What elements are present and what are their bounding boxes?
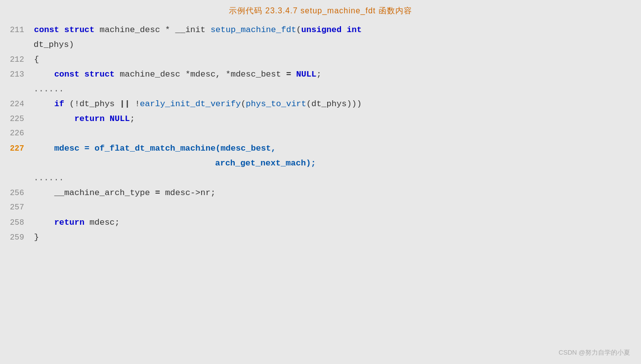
code-content-dt-phys: dt_phys): [34, 38, 631, 52]
code-line-dots2: ......: [10, 171, 631, 186]
code-content-258: return mdesc;: [34, 216, 631, 230]
code-content-256: __machine_arch_type = mdesc->nr;: [34, 186, 631, 201]
code-content-224: if (!dt_phys || !early_init_dt_verify(ph…: [34, 97, 631, 112]
code-line-212: 212 {: [10, 53, 631, 68]
code-content-212: {: [34, 53, 631, 67]
code-line-226: 226: [10, 127, 631, 142]
code-content-dots2: ......: [34, 171, 631, 186]
code-content-259: }: [34, 231, 631, 245]
code-line-225: 225 return NULL;: [10, 112, 631, 127]
line-number-212: 212: [10, 53, 34, 67]
code-line-211: 211 const struct machine_desc * __init s…: [10, 23, 631, 38]
line-number-213: 213: [10, 68, 34, 81]
code-area: 211 const struct machine_desc * __init s…: [0, 20, 641, 250]
code-line-dt-phys: dt_phys): [10, 38, 631, 53]
code-line-224: 224 if (!dt_phys || !early_init_dt_verif…: [10, 97, 631, 112]
code-line-259: 259 }: [10, 231, 631, 245]
code-content-225: return NULL;: [34, 112, 631, 126]
line-number-225: 225: [10, 113, 34, 126]
line-number-257: 257: [10, 201, 34, 214]
main-container: 示例代码 23.3.4.7 setup_machine_fdt 函数内容 211…: [0, 0, 641, 364]
code-content-213: const struct machine_desc *mdesc, *mdesc…: [34, 68, 631, 82]
line-number-226: 226: [10, 127, 34, 140]
watermark: CSDN @努力自学的小夏: [558, 348, 630, 357]
code-line-dots1: ......: [10, 82, 631, 97]
line-number-211: 211: [10, 24, 34, 37]
code-content-227: mdesc = of_flat_dt_match_machine(mdesc_b…: [34, 142, 631, 156]
line-number-227: 227: [10, 142, 34, 156]
code-line-227: 227 mdesc = of_flat_dt_match_machine(mde…: [10, 142, 631, 157]
page-title: 示例代码 23.3.4.7 setup_machine_fdt 函数内容: [0, 0, 641, 20]
line-number-256: 256: [10, 187, 34, 200]
code-line-arch: arch_get_next_mach);: [10, 157, 631, 171]
code-line-256: 256 __machine_arch_type = mdesc->nr;: [10, 186, 631, 201]
line-number-259: 259: [10, 231, 34, 244]
code-line-257: 257: [10, 201, 631, 216]
code-content-211: const struct machine_desc * __init setup…: [34, 23, 631, 38]
code-content-dots1: ......: [34, 82, 631, 97]
line-number-224: 224: [10, 98, 34, 111]
code-line-258: 258 return mdesc;: [10, 216, 631, 231]
code-content-arch: arch_get_next_mach);: [34, 157, 631, 171]
line-number-258: 258: [10, 216, 34, 230]
code-line-213: 213 const struct machine_desc *mdesc, *m…: [10, 68, 631, 82]
